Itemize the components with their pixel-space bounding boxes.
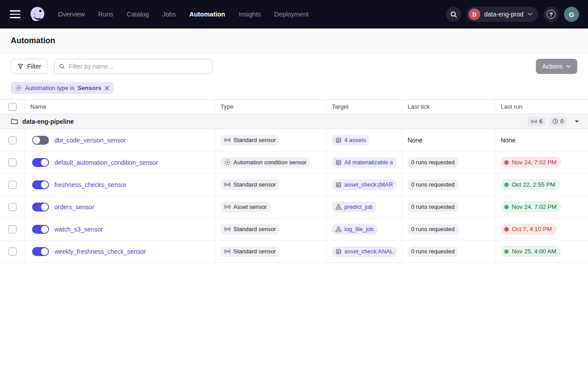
sensor-enabled-toggle[interactable] bbox=[32, 203, 49, 211]
last-run-none: None bbox=[501, 137, 515, 144]
sensor-enabled-toggle[interactable] bbox=[32, 136, 49, 145]
last-run-status-tag[interactable]: Oct 22, 2:55 PM bbox=[501, 179, 560, 190]
funnel-icon bbox=[17, 63, 24, 69]
deployment-badge: D bbox=[469, 8, 480, 20]
job-icon bbox=[335, 226, 342, 232]
nav-runs[interactable]: Runs bbox=[98, 11, 113, 18]
filter-button[interactable]: Filter bbox=[11, 59, 48, 74]
last-run-status-tag[interactable]: Nov 24, 7:02 PM bbox=[501, 201, 561, 212]
sensor-enabled-toggle[interactable] bbox=[32, 225, 49, 234]
deployment-switcher[interactable]: D data-eng-prod bbox=[466, 7, 538, 22]
sensor-name-link[interactable]: orders_sensor bbox=[54, 203, 94, 211]
sensor-enabled-toggle[interactable] bbox=[32, 180, 49, 189]
row-checkbox[interactable] bbox=[8, 203, 16, 211]
row-checkbox[interactable] bbox=[8, 248, 16, 256]
column-header-target: Target bbox=[327, 100, 402, 114]
sensor-name-link[interactable]: freshness_checks_sensor bbox=[54, 181, 127, 188]
failure-dot-icon bbox=[504, 160, 509, 165]
group-sensor-count-badge: 6 bbox=[528, 117, 546, 126]
asset-icon bbox=[335, 137, 342, 143]
sensor-type-tag: Standard sensor bbox=[220, 246, 279, 257]
row-checkbox[interactable] bbox=[8, 159, 16, 167]
sensor-enabled-toggle[interactable] bbox=[32, 247, 49, 256]
last-run-status-tag[interactable]: Oct 7, 4:10 PM bbox=[501, 224, 556, 235]
help-button[interactable]: ? bbox=[543, 7, 559, 22]
last-tick-tag: 0 runs requested bbox=[408, 202, 458, 212]
sensor-type-tag: Standard sensor bbox=[220, 179, 279, 190]
table-row: default_automation_condition_sensor Auto… bbox=[0, 151, 588, 174]
column-header-name: Name bbox=[25, 100, 215, 114]
last-tick-tag: 0 runs requested bbox=[408, 179, 458, 190]
row-checkbox[interactable] bbox=[8, 181, 16, 189]
last-tick-tag: 0 runs requested bbox=[408, 157, 458, 168]
select-all-checkbox[interactable] bbox=[8, 103, 16, 111]
automation-condition-icon bbox=[15, 85, 22, 91]
nav-jobs[interactable]: Jobs bbox=[162, 11, 176, 18]
target-link-tag[interactable]: predict_job bbox=[332, 202, 376, 212]
table-body: dbt_code_version_sensor Standard sensor … bbox=[0, 129, 588, 263]
clock-icon bbox=[552, 118, 558, 124]
sensor-type-tag: Automation condition sensor bbox=[220, 157, 310, 168]
remove-filter-icon[interactable] bbox=[104, 85, 110, 91]
active-filters-row: Automation type is Sensors bbox=[0, 79, 588, 100]
group-name: data-eng-pipeline bbox=[22, 118, 74, 125]
target-link-tag[interactable]: asset_check:(MARKET bbox=[332, 179, 396, 190]
nav-overview[interactable]: Overview bbox=[58, 11, 85, 18]
sensor-icon bbox=[531, 119, 537, 124]
sensor-name-link[interactable]: default_automation_condition_sensor bbox=[54, 159, 158, 166]
page-title: Automation bbox=[11, 36, 55, 45]
table-header-row: Name Type Target Last tick Last run bbox=[0, 100, 588, 114]
help-icon: ? bbox=[547, 10, 555, 19]
sensor-type-tag: Asset sensor bbox=[220, 202, 270, 212]
sensor-name-link[interactable]: dbt_code_version_sensor bbox=[54, 137, 126, 144]
row-checkbox[interactable] bbox=[8, 225, 16, 233]
folder-icon bbox=[11, 118, 18, 125]
last-tick-tag: 0 runs requested bbox=[408, 224, 458, 235]
search-icon bbox=[450, 11, 457, 18]
actions-button[interactable]: Actions bbox=[536, 59, 577, 74]
dagster-logo-icon[interactable] bbox=[29, 5, 46, 23]
sensor-enabled-toggle[interactable] bbox=[32, 158, 49, 167]
automation-table: Name Type Target Last tick Last run data… bbox=[0, 100, 588, 263]
nav-deployment[interactable]: Deployment bbox=[274, 11, 308, 18]
hamburger-menu-icon[interactable] bbox=[10, 10, 20, 18]
name-filter-box bbox=[54, 59, 212, 74]
target-link-tag[interactable]: log_file_job bbox=[332, 224, 377, 235]
filter-chip-automation-type[interactable]: Automation type is Sensors bbox=[11, 82, 114, 94]
table-row: freshness_checks_sensor Standard sensor … bbox=[0, 174, 588, 196]
automation-condition-icon bbox=[224, 159, 231, 166]
last-run-status-tag[interactable]: Nov 25, 4:00 AM bbox=[501, 246, 561, 257]
table-row: dbt_code_version_sensor Standard sensor … bbox=[0, 129, 588, 151]
column-header-last-run: Last run bbox=[495, 100, 588, 114]
code-location-group-row[interactable]: data-eng-pipeline 6 0 bbox=[0, 114, 588, 129]
collapse-group-icon[interactable] bbox=[572, 117, 582, 126]
target-link-tag[interactable]: asset_check:ANALYT bbox=[332, 246, 396, 257]
search-button[interactable] bbox=[446, 7, 461, 22]
target-link-tag[interactable]: 4 assets bbox=[332, 135, 369, 146]
target-link-tag[interactable]: All materializable assets bbox=[332, 157, 396, 168]
search-icon bbox=[59, 63, 65, 69]
job-icon bbox=[335, 204, 342, 210]
last-tick-none: None bbox=[408, 137, 422, 144]
success-dot-icon bbox=[504, 249, 509, 254]
row-checkbox[interactable] bbox=[8, 136, 16, 144]
group-schedule-count-badge: 0 bbox=[549, 117, 567, 126]
primary-nav: Overview Runs Catalog Jobs Automation In… bbox=[58, 11, 309, 18]
filter-by-name-input[interactable] bbox=[69, 63, 208, 70]
sensor-icon bbox=[224, 226, 231, 232]
sensor-name-link[interactable]: watch_s3_sensor bbox=[54, 226, 103, 233]
sensor-icon bbox=[224, 182, 231, 187]
nav-insights[interactable]: Insights bbox=[238, 11, 261, 18]
sensor-icon bbox=[224, 204, 231, 210]
user-avatar[interactable]: G bbox=[564, 7, 579, 22]
nav-automation[interactable]: Automation bbox=[189, 11, 225, 18]
sensor-name-link[interactable]: weekly_freshness_check_sensor bbox=[54, 248, 146, 255]
table-row: watch_s3_sensor Standard sensor log_file… bbox=[0, 218, 588, 240]
column-header-last-tick: Last tick bbox=[402, 100, 495, 114]
chevron-down-icon bbox=[566, 65, 571, 68]
asset-icon bbox=[335, 159, 342, 166]
table-row: orders_sensor Asset sensor predict_job 0… bbox=[0, 196, 588, 218]
last-tick-tag: 0 runs requested bbox=[408, 246, 458, 257]
last-run-status-tag[interactable]: Nov 24, 7:02 PM bbox=[501, 157, 561, 168]
nav-catalog[interactable]: Catalog bbox=[127, 11, 149, 18]
